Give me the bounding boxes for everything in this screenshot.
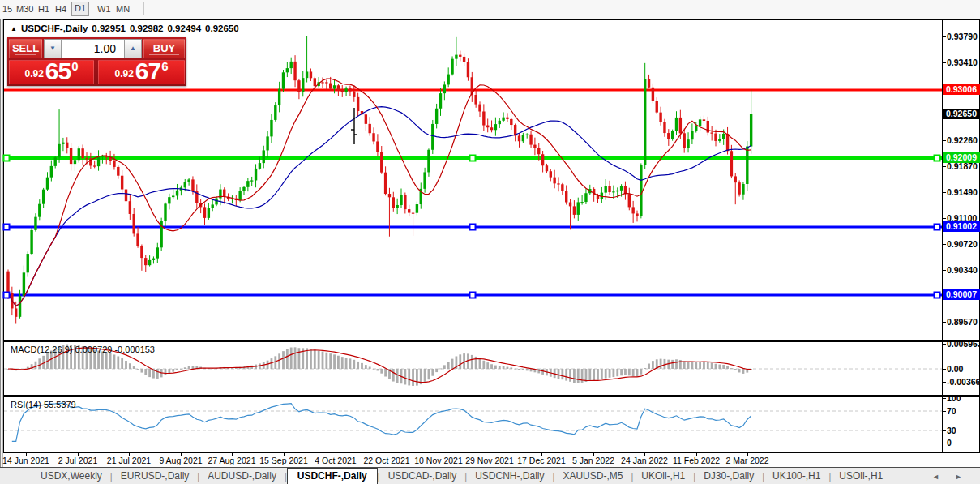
- macd-histogram-bar: [172, 369, 174, 372]
- line-handle[interactable]: [4, 225, 10, 230]
- candle-body: [730, 151, 733, 176]
- chart-tab-eurusd-daily[interactable]: EURUSD-,Daily: [113, 468, 198, 484]
- candle-body: [203, 207, 206, 217]
- macd-histogram-bar: [412, 369, 414, 386]
- ohlc-high: 0.92982: [130, 24, 164, 33]
- tab-scroll-left-icon[interactable]: ◄: [932, 473, 939, 481]
- line-handle[interactable]: [470, 225, 476, 230]
- candle-body: [34, 217, 36, 230]
- candle-body: [148, 260, 151, 265]
- candle-body: [612, 191, 614, 192]
- macd-histogram-bar: [184, 367, 186, 369]
- ma-fast-line: [8, 79, 751, 306]
- macd-histogram-bar: [730, 368, 733, 369]
- volume-decrease-button[interactable]: ▼: [44, 39, 62, 58]
- tab-scroll-right-icon[interactable]: ►: [955, 473, 962, 481]
- macd-histogram-bar: [384, 369, 387, 377]
- candle-body: [242, 187, 245, 191]
- date-label: 24 Jan 2022: [621, 456, 668, 465]
- rsi-axis-tick: [943, 411, 946, 412]
- macd-histogram-bar: [573, 369, 576, 383]
- chart-tab-usdx-weekly[interactable]: USDX,Weekly: [32, 468, 110, 484]
- candle-body: [152, 259, 155, 260]
- macd-histogram-bar: [416, 369, 418, 386]
- macd-histogram-bar: [742, 369, 745, 374]
- candle-body: [58, 144, 60, 157]
- macd-histogram-bar: [373, 369, 375, 370]
- line-handle[interactable]: [470, 293, 476, 298]
- macd-histogram-bar: [349, 358, 352, 369]
- candle-body: [97, 157, 100, 166]
- rsi-canvas[interactable]: [4, 397, 942, 452]
- buy-price-box[interactable]: 0.92 67 6: [98, 60, 185, 84]
- chart-tab-usdcnh-daily[interactable]: USDCNH-,Daily: [467, 468, 552, 484]
- candle-body: [50, 166, 53, 178]
- candle-body: [27, 254, 29, 272]
- sell-price-box[interactable]: 0.92 65 0: [9, 60, 94, 84]
- line-handle[interactable]: [935, 156, 940, 161]
- buy-button[interactable]: BUY: [143, 39, 185, 58]
- chart-tab-usoil-h1[interactable]: USOil-,H1: [831, 468, 891, 484]
- macd-histogram-bar: [597, 369, 599, 380]
- chart-tab-audusd-daily[interactable]: AUDUSD-,Daily: [199, 468, 285, 484]
- candle-body: [392, 197, 395, 208]
- macd-histogram-bar: [298, 348, 301, 369]
- candle-body: [6, 272, 9, 293]
- line-handle[interactable]: [935, 293, 940, 298]
- candle-body: [526, 135, 529, 135]
- macd-histogram-bar: [141, 369, 143, 373]
- price-badge-0.92009: 0.92009: [943, 152, 980, 163]
- macd-histogram-bar: [345, 358, 348, 369]
- macd-histogram-bar: [337, 356, 340, 369]
- macd-histogram-bar: [109, 353, 112, 369]
- spinner-up-icon: ▲: [130, 45, 136, 52]
- macd-label: MACD(12,26,9) 0.000729 -0.000153: [11, 345, 155, 354]
- candle-body: [671, 131, 674, 139]
- candle-body: [435, 109, 438, 124]
- timeframe-button-15[interactable]: 15: [0, 2, 15, 15]
- chart-tab-xauusd-m5[interactable]: XAUUSD-,M5: [554, 468, 631, 484]
- chart-tab-uk100-h1[interactable]: UK100-,H1: [764, 468, 828, 484]
- macd-histogram-bar: [408, 369, 410, 385]
- rsi-axis-tick: [943, 398, 946, 399]
- candle-body: [372, 133, 374, 141]
- macd-axis-label: 0.00: [947, 364, 963, 374]
- sell-button[interactable]: SELL: [9, 39, 42, 58]
- candle-body: [208, 208, 210, 218]
- line-handle[interactable]: [4, 156, 10, 161]
- date-label: 29 Nov 2021: [465, 456, 514, 465]
- collapse-arrow-icon[interactable]: ▲: [11, 25, 17, 32]
- date-label: 22 Oct 2021: [363, 456, 409, 465]
- chart-tab-usdchf-daily[interactable]: USDCHF-,Daily: [287, 468, 378, 484]
- candle-body: [699, 119, 701, 126]
- candle-body: [714, 134, 717, 141]
- line-handle[interactable]: [4, 293, 10, 298]
- macd-histogram-bar: [479, 358, 481, 369]
- timeframe-button-h4[interactable]: H4: [53, 2, 69, 15]
- volume-input[interactable]: 1.00: [62, 39, 124, 58]
- buy-price-pip: 6: [161, 59, 168, 73]
- timeframe-button-m30[interactable]: M30: [14, 2, 36, 15]
- timeframe-button-mn[interactable]: MN: [113, 2, 132, 15]
- volume-increase-button[interactable]: ▲: [124, 39, 142, 58]
- chart-tab-dj30-daily[interactable]: DJ30-,Daily: [695, 468, 762, 484]
- chart-tab-usdcad-daily[interactable]: USDCAD-,Daily: [380, 468, 465, 484]
- candle-body: [522, 135, 524, 141]
- chart-tab-ukoil-h1[interactable]: UKOil-,H1: [633, 468, 693, 484]
- macd-axis-tick: [943, 369, 946, 370]
- timeframe-button-d1[interactable]: D1: [71, 2, 89, 16]
- candle-body: [463, 57, 465, 62]
- macd-histogram-bar: [558, 369, 560, 379]
- candle-body: [255, 169, 257, 181]
- line-handle[interactable]: [470, 156, 476, 161]
- candle-body: [117, 167, 119, 176]
- timeframe-button-w1[interactable]: W1: [95, 2, 113, 15]
- date-label: 2 Jul 2021: [58, 456, 97, 465]
- macd-histogram-bar: [377, 369, 379, 370]
- macd-histogram-bar: [620, 369, 623, 375]
- date-label: 4 Oct 2021: [315, 456, 356, 465]
- line-handle[interactable]: [935, 225, 940, 230]
- candle-body: [734, 176, 737, 182]
- timeframe-button-h1[interactable]: H1: [36, 2, 52, 15]
- candle-body: [565, 191, 567, 202]
